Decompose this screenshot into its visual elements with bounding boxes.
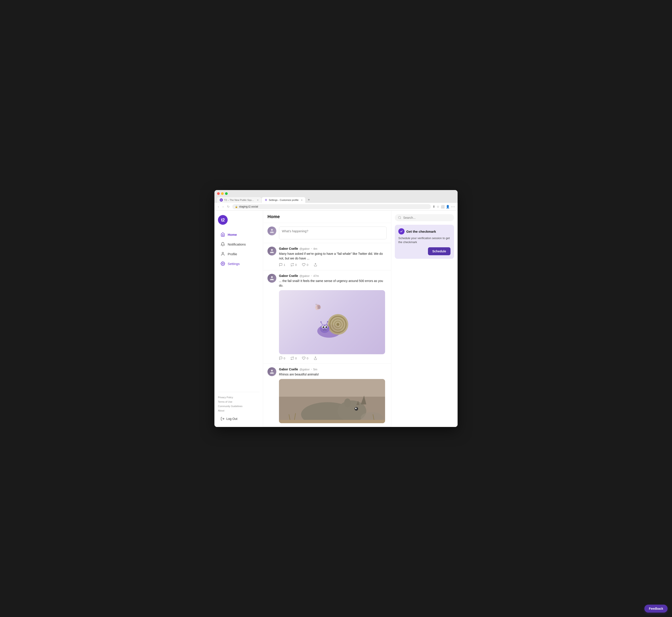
post-1-boost-count: 0 xyxy=(295,263,297,266)
svg-point-17 xyxy=(323,326,324,328)
post-2-comment-button[interactable]: 0 xyxy=(279,357,285,360)
post-2-author-name: Gabor Cselle xyxy=(279,274,298,277)
snail-illustration: 🐌 xyxy=(310,300,354,344)
close-dot[interactable] xyxy=(217,192,220,195)
sidebar-item-profile[interactable]: Profile xyxy=(218,249,259,258)
svg-point-4 xyxy=(271,249,273,251)
sidebar-logo[interactable]: t2 xyxy=(218,215,228,225)
share-browser-button[interactable]: ⬆ xyxy=(433,204,435,209)
more-button[interactable]: ⋯ xyxy=(451,204,455,209)
profile-button[interactable]: 👤 xyxy=(446,204,450,209)
svg-point-1 xyxy=(222,263,223,264)
post-2-like-button[interactable]: 0 xyxy=(302,357,308,360)
browser-tab-settings[interactable]: ⚙ Settings - Customize profile ✕ xyxy=(262,197,305,203)
post-1-like-count: 0 xyxy=(307,263,308,266)
svg-point-34 xyxy=(355,408,357,409)
svg-line-21 xyxy=(321,322,323,326)
post-2-actions: 0 0 0 xyxy=(279,357,387,360)
post-3: Gabor Cselle @gabor · 5m Rhinos are beau… xyxy=(263,364,391,427)
post-2-body: Gabor Cselle @gabor · 47m ... the fail s… xyxy=(279,274,387,360)
post-1-time: 4m xyxy=(313,247,317,250)
main-feed: Home xyxy=(263,211,391,427)
sidebar-settings-label: Settings xyxy=(228,262,239,266)
sidebar-item-home[interactable]: Home xyxy=(218,230,259,239)
back-button[interactable]: ‹ xyxy=(217,204,220,209)
post-1-avatar[interactable] xyxy=(268,247,276,255)
browser-traffic-lights xyxy=(217,192,455,195)
feedback-button[interactable]: Feedback xyxy=(644,605,668,613)
search-bar[interactable] xyxy=(395,214,454,221)
share-icon-2 xyxy=(314,357,317,360)
about-link[interactable]: About xyxy=(218,409,259,412)
svg-point-3 xyxy=(271,229,273,231)
checkmark-header: Get the checkmark xyxy=(398,228,451,234)
post-1-share-button[interactable] xyxy=(314,263,317,266)
minimize-dot[interactable] xyxy=(221,192,224,195)
post-2-avatar[interactable] xyxy=(268,274,276,283)
svg-line-46 xyxy=(400,218,401,219)
post-2-author-handle: @gabor xyxy=(299,274,310,277)
add-tab-button[interactable]: + xyxy=(306,197,312,203)
address-bar[interactable]: 🔒 staging.t2.social xyxy=(232,204,431,209)
sidebar-item-notifications[interactable]: Notifications xyxy=(218,240,259,249)
right-sidebar: Get the checkmark Schedule your verifica… xyxy=(391,211,458,427)
maximize-dot[interactable] xyxy=(225,192,228,195)
forward-button[interactable]: › xyxy=(222,204,224,209)
checkmark-badge xyxy=(398,228,404,234)
svg-point-24 xyxy=(327,321,328,322)
post-1-comment-count: 1 xyxy=(284,263,285,266)
boost-icon-2 xyxy=(291,357,294,360)
svg-point-23 xyxy=(320,321,321,323)
compose-input[interactable] xyxy=(279,226,387,239)
tab-close-t2[interactable]: ✕ xyxy=(257,199,259,201)
privacy-policy-link[interactable]: Privacy Policy xyxy=(218,396,259,399)
sidebar-profile-label: Profile xyxy=(228,252,237,256)
split-view-button[interactable]: ⬜ xyxy=(441,204,445,209)
svg-point-35 xyxy=(344,398,351,407)
sidebar-footer: Privacy Policy Terms of Use Community Gu… xyxy=(218,392,259,423)
logo-text: t2 xyxy=(221,217,224,223)
post-3-avatar[interactable] xyxy=(268,367,276,376)
post-2-boost-count: 0 xyxy=(295,357,297,360)
post-3-text: Rhinos are beautiful animals! xyxy=(279,372,387,377)
address-text: staging.t2.social xyxy=(239,205,258,208)
search-icon xyxy=(398,216,401,219)
post-2-time: 47m xyxy=(313,274,319,277)
terms-of-use-link[interactable]: Terms of Use xyxy=(218,400,259,404)
community-guidelines-link[interactable]: Community Guidelines xyxy=(218,404,259,408)
post-1-comment-button[interactable]: 1 xyxy=(279,263,285,266)
reload-button[interactable]: ↻ xyxy=(226,204,230,209)
browser-navbar: ‹ › ↻ 🔒 staging.t2.social ⬆ ☆ ⬜ 👤 ⋯ xyxy=(214,203,458,211)
comment-icon-2 xyxy=(279,357,283,360)
search-input[interactable] xyxy=(403,216,451,219)
post-1-boost-button[interactable]: 0 xyxy=(291,263,297,266)
post-2-share-button[interactable] xyxy=(314,357,317,360)
sidebar-nav: Home Notifications xyxy=(218,230,259,390)
logout-button[interactable]: Log Out xyxy=(218,415,259,423)
sidebar-item-settings[interactable]: Settings xyxy=(218,259,259,268)
svg-text:🐌: 🐌 xyxy=(314,303,322,311)
schedule-button[interactable]: Schedule xyxy=(428,247,451,255)
sidebar-notifications-label: Notifications xyxy=(228,242,246,246)
post-1-body: Gabor Cselle @gabor · 4m Many have asked… xyxy=(279,247,387,266)
compose-box xyxy=(263,223,391,243)
browser-tab-t2[interactable]: t2 T2 – The New Public Square ✕ xyxy=(217,197,261,203)
browser-tabs: t2 T2 – The New Public Square ✕ ⚙ Settin… xyxy=(217,197,455,203)
checkmark-card: Get the checkmark Schedule your verifica… xyxy=(395,225,454,259)
home-icon xyxy=(221,232,225,237)
bookmark-button[interactable]: ☆ xyxy=(437,204,440,209)
tab-favicon-settings: ⚙ xyxy=(265,198,268,202)
browser-window: t2 T2 – The New Public Square ✕ ⚙ Settin… xyxy=(214,190,458,427)
post-2-header: Gabor Cselle @gabor · 47m xyxy=(279,274,387,278)
settings-icon xyxy=(221,261,225,266)
post-3-author-handle: @gabor xyxy=(299,368,310,371)
logout-icon xyxy=(221,417,224,421)
share-icon xyxy=(314,263,317,266)
post-2-boost-button[interactable]: 0 xyxy=(291,357,297,360)
post-1-like-button[interactable]: 0 xyxy=(302,263,308,266)
post-3-author-name: Gabor Cselle xyxy=(279,368,298,371)
post-1-actions: 1 0 0 xyxy=(279,263,387,266)
sidebar: t2 Home xyxy=(214,211,263,427)
tab-title-t2: T2 – The New Public Square xyxy=(224,199,255,201)
tab-close-settings[interactable]: ✕ xyxy=(301,199,303,201)
